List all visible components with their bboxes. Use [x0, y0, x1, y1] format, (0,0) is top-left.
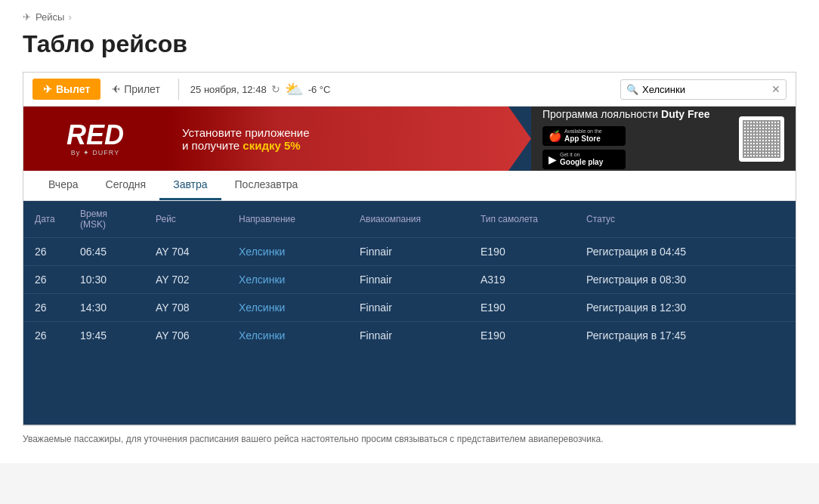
breadcrumb: ✈ Рейсы › [23, 11, 796, 23]
tab-day-after[interactable]: Послезавтра [221, 171, 312, 200]
top-bar: ✈ Вылет ✈ Прилет 25 ноября, 12:48 ↻ ⛅ -6… [23, 73, 796, 107]
destination-link[interactable]: Хелсинки [239, 329, 285, 342]
tab-today[interactable]: Сегодня [92, 171, 160, 200]
search-section: 🔍 ✕ [620, 79, 787, 100]
app-store-text: Available on the App Store [564, 128, 602, 144]
tab-arrival[interactable]: ✈ Прилет [100, 79, 171, 100]
cell-status: Регистрация в 08:30 [575, 266, 796, 294]
google-play-icon: ▶ [549, 153, 557, 165]
cell-destination: Хелсинки [227, 238, 348, 266]
google-play-text: Get it on Google play [560, 152, 603, 167]
cell-date: 26 [23, 266, 69, 294]
divider [178, 79, 179, 100]
app-store-button[interactable]: 🍎 Available on the App Store [542, 126, 626, 146]
cell-time: 14:30 [69, 294, 144, 322]
arrival-label: Прилет [124, 83, 160, 95]
banner-loyalty-text: Программа лояльности Duty Free 🍎 Availab… [542, 108, 728, 170]
loyalty-title1: Программа лояльности [542, 108, 661, 120]
banner: RED By ✦ DUFRY Установите приложение и п… [23, 107, 796, 171]
app-buttons: 🍎 Available on the App Store ▶ Get it on… [542, 126, 728, 170]
header-destination: Направление [227, 201, 348, 238]
day-tabs: Вчера Сегодня Завтра Послезавтра [23, 171, 796, 201]
promo-line2: и получите скидку 5% [182, 139, 310, 152]
cell-time: 10:30 [69, 266, 144, 294]
cell-date: 26 [23, 322, 69, 350]
cell-flight: AY 704 [144, 238, 227, 266]
header-status: Статус [575, 201, 796, 238]
table-row: 26 10:30 AY 702 Хелсинки Finnair A319 Ре… [23, 266, 796, 294]
empty-space [23, 349, 796, 425]
flights-table-wrapper: Дата Время (MSK) Рейс Направление Авиако… [23, 201, 796, 425]
table-row: 26 06:45 AY 704 Хелсинки Finnair E190 Ре… [23, 238, 796, 266]
banner-promo-section: Установите приложение и получите скидку … [167, 107, 531, 171]
datetime-text: 25 ноября, 12:48 [190, 84, 267, 95]
header-time: Время (MSK) [69, 201, 144, 238]
cell-date: 26 [23, 294, 69, 322]
destination-link[interactable]: Хелсинки [239, 246, 285, 258]
cell-flight: AY 708 [144, 294, 227, 322]
header-airline: Авиакомпания [348, 201, 469, 238]
cell-aircraft: E190 [469, 294, 575, 322]
plane-icon: ✈ [23, 11, 31, 23]
cell-airline: Finnair [348, 238, 469, 266]
cell-airline: Finnair [348, 294, 469, 322]
apple-icon: 🍎 [549, 130, 561, 142]
banner-logo-section: RED By ✦ DUFRY [23, 107, 167, 171]
destination-link[interactable]: Хелсинки [239, 274, 285, 286]
dufry-text: By ✦ DUFRY [71, 149, 119, 156]
refresh-icon[interactable]: ↻ [271, 83, 280, 95]
cell-aircraft: E190 [469, 238, 575, 266]
search-input[interactable] [620, 79, 787, 100]
departure-plane-icon: ✈ [43, 83, 52, 95]
cell-status: Регистрация в 12:30 [575, 294, 796, 322]
search-clear-icon[interactable]: ✕ [771, 83, 780, 95]
page-title: Табло рейсов [23, 30, 796, 58]
tab-yesterday[interactable]: Вчера [35, 171, 92, 200]
red-text: RED [66, 122, 124, 149]
temperature: -6 °C [308, 84, 331, 95]
cell-time: 06:45 [69, 238, 144, 266]
table-header: Дата Время (MSK) Рейс Направление Авиако… [23, 201, 796, 238]
tab-tomorrow[interactable]: Завтра [159, 171, 221, 200]
tab-departure[interactable]: ✈ Вылет [32, 79, 100, 100]
cell-flight: AY 706 [144, 322, 227, 350]
datetime-section: 25 ноября, 12:48 ↻ ⛅ -6 °C [190, 80, 331, 98]
qr-code [739, 116, 784, 162]
cell-destination: Хелсинки [227, 322, 348, 350]
flights-board: ✈ Вылет ✈ Прилет 25 ноября, 12:48 ↻ ⛅ -6… [23, 72, 796, 425]
header-flight: Рейс [144, 201, 227, 238]
google-play-button[interactable]: ▶ Get it on Google play [542, 150, 626, 169]
arrival-plane-icon: ✈ [111, 83, 120, 95]
cell-destination: Хелсинки [227, 294, 348, 322]
cell-status: Регистрация в 17:45 [575, 322, 796, 350]
red-logo: RED By ✦ DUFRY [66, 122, 124, 156]
header-aircraft: Тип самолета [469, 201, 575, 238]
cell-airline: Finnair [348, 266, 469, 294]
cell-aircraft: E190 [469, 322, 575, 350]
cell-status: Регистрация в 04:45 [575, 238, 796, 266]
header-date: Дата [23, 201, 69, 238]
footer-note: Уважаемые пассажиры, для уточнения распи… [23, 425, 796, 448]
promo-line1: Установите приложение [182, 126, 310, 139]
cell-time: 19:45 [69, 322, 144, 350]
flights-table: Дата Время (MSK) Рейс Направление Авиако… [23, 201, 796, 349]
table-row: 26 19:45 AY 706 Хелсинки Finnair E190 Ре… [23, 322, 796, 350]
cell-date: 26 [23, 238, 69, 266]
banner-loyalty-section: Программа лояльности Duty Free 🍎 Availab… [531, 107, 796, 171]
search-icon: 🔍 [626, 84, 638, 95]
breadcrumb-separator: › [68, 11, 71, 23]
weather-icon: ⛅ [285, 80, 304, 98]
breadcrumb-link[interactable]: Рейсы [36, 11, 64, 23]
departure-label: Вылет [56, 83, 90, 95]
destination-link[interactable]: Хелсинки [239, 301, 285, 314]
cell-flight: AY 702 [144, 266, 227, 294]
qr-pattern [743, 120, 780, 158]
table-body: 26 06:45 AY 704 Хелсинки Finnair E190 Ре… [23, 238, 796, 350]
cell-destination: Хелсинки [227, 266, 348, 294]
table-row: 26 14:30 AY 708 Хелсинки Finnair E190 Ре… [23, 294, 796, 322]
cell-airline: Finnair [348, 322, 469, 350]
loyalty-title2: Duty Free [661, 108, 710, 120]
cell-aircraft: A319 [469, 266, 575, 294]
banner-promo-text: Установите приложение и получите скидку … [182, 126, 310, 152]
